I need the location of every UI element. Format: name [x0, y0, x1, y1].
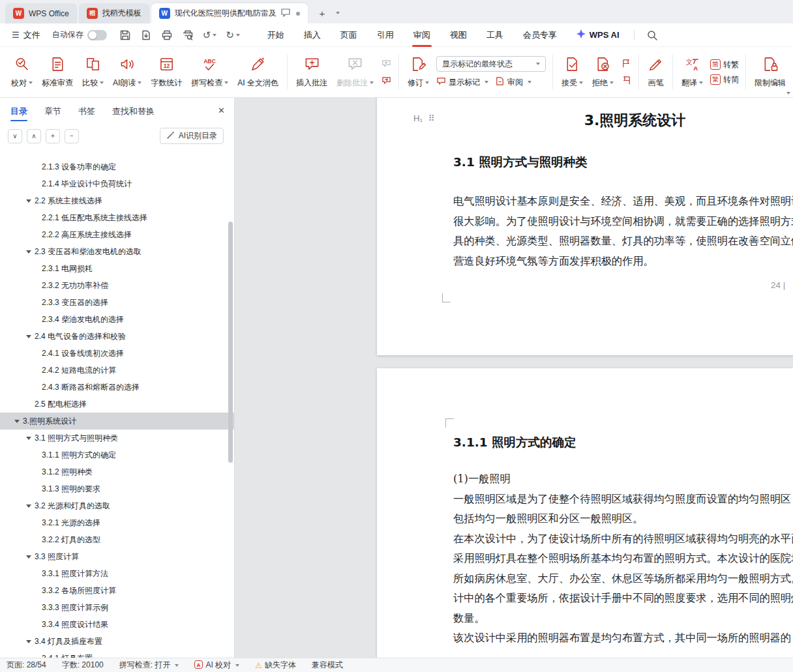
redo-button[interactable]: ↻: [222, 27, 243, 42]
document-text-line[interactable]: 电气照明设计基本原则是安全、经济、适用、美观，而且环境条件对照明设: [453, 192, 793, 212]
ribbon-tab[interactable]: 工具: [477, 23, 513, 47]
expand-arrow-icon[interactable]: [26, 639, 31, 644]
outline-item[interactable]: 3.1 照明方式与照明种类: [0, 430, 234, 446]
drag-handle-icon[interactable]: ⠿: [428, 113, 434, 123]
expand-arrow-icon[interactable]: [14, 418, 20, 424]
doc-section-heading[interactable]: 3.1 照明方式与照明种类: [453, 154, 588, 170]
outline-item[interactable]: 2.1.4 毕业设计中负荷统计: [0, 175, 234, 192]
ribbon-collapse-icon[interactable]: [786, 92, 790, 95]
export-pdf-button[interactable]: [137, 27, 155, 44]
sidebar-tab[interactable]: 章节: [44, 98, 61, 125]
ribbon-tab[interactable]: 页面: [331, 23, 367, 47]
status-word-count[interactable]: 字数: 20100: [62, 660, 104, 671]
status-spell-check[interactable]: 拼写检查: 打开: [119, 660, 179, 671]
outline-item[interactable]: 3.3 照度计算: [0, 548, 234, 565]
tab-docer-templates[interactable]: 稻 找稻壳模板: [79, 3, 149, 23]
document-text-line[interactable]: 该次设计中采用的照明器布置是均匀布置方式，其中同一场所的照明器的: [453, 628, 793, 649]
document-text-line[interactable]: (1)一般照明: [453, 469, 793, 489]
collapse-outline-button[interactable]: ∨: [8, 129, 22, 143]
document-text-line[interactable]: 计中的各个重要场所，依据设计手册中不同的照度要求，选用不同的照明灯: [453, 589, 793, 609]
document-text-line[interactable]: 一般照明区域是为了使整个待照明区域获得均匀照度而设置的均匀照明区，: [453, 489, 793, 510]
expand-arrow-icon[interactable]: [26, 435, 31, 441]
outline-item[interactable]: 3.4.1 灯具布置: [0, 650, 234, 658]
outline-item[interactable]: 3.3.2 各场所照度计算: [0, 582, 234, 599]
insert-comment-button[interactable]: 插入批注: [292, 53, 332, 92]
outline-item[interactable]: 2.3.1 电网损耗: [0, 260, 234, 277]
ribbon-tab[interactable]: 视图: [440, 23, 477, 47]
expand-outline-button[interactable]: ∧: [27, 129, 41, 143]
outline-item[interactable]: 3.4 灯具及插座布置: [0, 633, 234, 650]
previous-change-icon[interactable]: [620, 57, 633, 70]
expand-arrow-icon[interactable]: [26, 503, 31, 508]
outline-item[interactable]: 3.3.4 照度设计结果: [0, 616, 234, 633]
status-page[interactable]: 页面: 28/54: [7, 660, 46, 671]
close-sidebar-icon[interactable]: ✕: [218, 106, 225, 115]
document-canvas[interactable]: H₁ ⠿ 3.照明系统设计 3.1 照明方式与照明种类 电气照明设计基本原则是安…: [235, 98, 793, 658]
outline-item[interactable]: 2.5 配电柜选择: [0, 396, 234, 413]
doc-subsection-heading[interactable]: 3.1.1 照明方式的确定: [453, 434, 576, 450]
undo-button[interactable]: ↺: [200, 27, 220, 42]
document-text-line[interactable]: 营造良好环境气氛等方面发挥积极的作用。: [453, 252, 793, 272]
outline-item[interactable]: 2.2.1 低压配电系统主接线选择: [0, 209, 234, 226]
review-options-button[interactable]: 审阅: [495, 76, 531, 88]
accept-button[interactable]: 接受: [557, 53, 588, 92]
new-tab-button[interactable]: +: [314, 5, 331, 22]
print-button[interactable]: [158, 27, 176, 44]
outline-item[interactable]: 2.2 系统主接线选择: [0, 192, 234, 209]
doc-paragraph-2[interactable]: (1)一般照明一般照明区域是为了使整个待照明区域获得均匀照度而设置的均匀照明区，…: [453, 469, 793, 649]
outline-item[interactable]: 2.3.2 无功功率补偿: [0, 277, 234, 294]
next-change-icon[interactable]: [620, 74, 633, 87]
compare-button[interactable]: 比较: [78, 53, 108, 92]
doc-chapter-title[interactable]: 3.照明系统设计: [453, 111, 793, 130]
sidebar-scrollbar[interactable]: [228, 222, 233, 463]
print-preview-button[interactable]: [179, 27, 197, 44]
status-missing-font[interactable]: ⚠缺失字体: [255, 660, 296, 671]
sidebar-tab[interactable]: 目录: [10, 98, 27, 125]
ribbon-tab[interactable]: 开始: [258, 23, 294, 47]
expand-arrow-icon[interactable]: [26, 249, 31, 254]
track-changes-button[interactable]: 修订: [403, 53, 434, 92]
tab-list-caret[interactable]: [331, 5, 344, 22]
expand-arrow-icon[interactable]: [26, 554, 31, 559]
show-markup-button[interactable]: 显示标记: [436, 76, 488, 88]
outline-item[interactable]: 2.3.4 柴油发电机的选择: [0, 311, 234, 328]
document-text-line[interactable]: 在本次设计中，为了使设计场所中所有的待照明区域获得均匀明亮的水平面: [453, 529, 793, 549]
outline-item[interactable]: 3.2.1 光源的选择: [0, 514, 234, 531]
spell-check-button[interactable]: ABC 拼写检查: [187, 53, 233, 92]
outline-item[interactable]: 2.3 变压器和柴油发电机的选取: [0, 243, 234, 260]
tab-document[interactable]: W 现代化医院照明供配电防雷及: [151, 3, 308, 23]
outline-item[interactable]: 3.2 光源和灯具的选取: [0, 497, 234, 514]
outline-item[interactable]: 2.3.3 变压器的选择: [0, 294, 234, 311]
document-text-line[interactable]: 所如病房休息室、大厅、办公室、休息区等场所都采用均匀一般照明方式。: [453, 569, 793, 589]
wps-ai-button[interactable]: WPS AI: [576, 29, 620, 41]
outline-item[interactable]: 3.3.3 照度计算示例: [0, 599, 234, 616]
outline-item[interactable]: 2.4.2 短路电流的计算: [0, 362, 234, 379]
promote-heading-button[interactable]: +: [46, 129, 60, 143]
proofread-button[interactable]: 校对: [7, 53, 37, 92]
ai-identify-toc-button[interactable]: AI识别目录: [160, 128, 224, 144]
outline-item[interactable]: 3.1.2 照明种类: [0, 463, 234, 480]
outline-item[interactable]: 3.1.3 照明的要求: [0, 480, 234, 497]
ribbon-tab[interactable]: 插入: [294, 23, 331, 47]
ai-polish-button[interactable]: AI 全文润色: [233, 53, 283, 92]
document-text-line[interactable]: 数量。: [453, 609, 793, 629]
outline-item[interactable]: 2.4 电气设备的选择和校验: [0, 328, 234, 345]
ai-read-button[interactable]: AI朗读: [108, 53, 146, 92]
status-compat-mode[interactable]: 兼容模式: [312, 660, 343, 671]
heading-level-badge[interactable]: H₁: [413, 113, 423, 123]
restrict-edit-button[interactable]: 限制编辑: [750, 53, 790, 92]
to-traditional-button[interactable]: 简 转繁: [710, 59, 739, 70]
search-icon[interactable]: [644, 27, 661, 44]
outline-item[interactable]: 3.2.2 灯具的选型: [0, 531, 234, 548]
file-menu-button[interactable]: ☰ 文件: [7, 29, 46, 41]
outline-item[interactable]: 3.1.1 照明方式的确定: [0, 446, 234, 463]
doc-paragraph-1[interactable]: 电气照明设计基本原则是安全、经济、适用、美观，而且环境条件对照明设很大影响。为了…: [453, 192, 793, 271]
outline-item[interactable]: 2.4.3 断路器和熔断器的选择: [0, 379, 234, 396]
autosave-toggle[interactable]: [87, 30, 107, 40]
outline-item[interactable]: 3.3.1 照度计算方法: [0, 565, 234, 582]
tab-wps-home[interactable]: W WPS Office: [5, 3, 77, 23]
expand-arrow-icon[interactable]: [26, 198, 31, 203]
expand-arrow-icon[interactable]: [26, 334, 31, 339]
sidebar-tab[interactable]: 书签: [78, 98, 95, 125]
word-count-button[interactable]: 12 字数统计: [146, 53, 187, 92]
